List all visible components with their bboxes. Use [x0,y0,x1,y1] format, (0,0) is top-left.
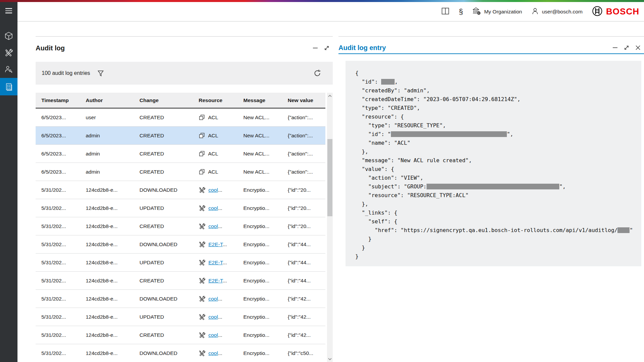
new-value-cell: {"action":... [288,133,325,139]
change-cell: CREATED [139,115,199,121]
table-row[interactable]: 5/31/202...124cd2b8-e...UPDATEDcool...En… [36,308,325,326]
scrollbar-thumb[interactable] [327,139,332,216]
table-header-row: TimestampAuthorChangeResourceMessageNew … [36,93,325,108]
author-cell: admin [86,133,139,139]
table-scrollbar[interactable] [327,93,333,362]
copy-icon [199,169,205,175]
sidebar-item-products[interactable] [0,28,17,44]
change-cell: CREATED [139,278,199,284]
audit-log-entry-panel: Audit log entry { "id": , "createdBy": "… [338,36,644,362]
legal-button[interactable]: § [459,8,463,15]
resource-link[interactable]: cool [208,350,218,356]
table-row[interactable]: 5/31/202...124cd2b8-e...DOWNLOADEDE2E-T.… [36,235,325,254]
refresh-icon[interactable] [313,69,321,77]
json-line: } [355,252,638,261]
close-icon[interactable] [635,44,641,51]
redacted-value [427,184,559,189]
table-row[interactable]: 5/31/202...124cd2b8-e...DOWNLOADEDcool..… [36,344,325,362]
entry-panel-header: Audit log entry [338,37,644,54]
table-row[interactable]: 5/31/202...124cd2b8-e...UPDATEDcool...En… [36,199,325,217]
resource-cell: cool... [199,187,243,193]
resource-link[interactable]: cool [208,223,218,229]
resource-link[interactable]: cool [208,314,218,320]
products-icon [4,32,13,40]
table-row[interactable]: 5/31/202...124cd2b8-e...DOWNLOADEDcool..… [36,290,325,308]
organization-label: My Organization [484,9,522,15]
author-cell: 124cd2b8-e... [86,260,139,266]
resource-link[interactable]: E2E-T [208,278,223,283]
tools-icon [199,259,205,266]
author-cell: admin [86,151,139,157]
change-cell: CREATED [139,169,199,175]
resource-label: ACL [208,151,218,157]
column-header-message: Message [243,97,288,103]
message-cell: Encryptio... [243,260,288,266]
menu-icon[interactable] [0,2,17,19]
audit-entry-json: { "id": , "createdBy": "admin", "created… [346,61,641,266]
truncation-ellipsis: ... [223,278,227,283]
sidebar-item-tools[interactable] [0,44,17,61]
truncation-ellipsis: ... [218,332,222,338]
resource-cell: ACL [199,132,243,139]
sidebar-item-access[interactable] [0,61,17,78]
table-row[interactable]: 5/31/202...124cd2b8-e...CREATEDcool...En… [36,217,325,235]
truncation-ellipsis: ... [218,314,222,320]
json-line: "createdBy": "admin", [355,86,638,95]
resource-cell: ACL [199,114,243,121]
truncation-ellipsis: ... [218,350,222,356]
json-line: "self": { [355,217,638,226]
sidebar-item-audit-log[interactable] [0,78,17,95]
table-row[interactable]: 6/5/2023...adminCREATEDACLNew ACL...{"ac… [36,163,325,181]
change-cell: DOWNLOADED [139,350,199,356]
audit-log-table: TimestampAuthorChangeResourceMessageNew … [36,93,325,362]
table-row[interactable]: 5/31/202...124cd2b8-e...CREATEDcool...En… [36,326,325,344]
scroll-down-icon[interactable] [327,356,333,362]
table-row[interactable]: 5/31/202...124cd2b8-e...DOWNLOADEDcool..… [36,181,325,199]
author-cell: 124cd2b8-e... [86,332,139,338]
table-row[interactable]: 5/31/202...124cd2b8-e...CREATEDE2E-T...E… [36,272,325,290]
timestamp-cell: 5/31/202... [41,241,86,247]
audit-log-panel-header: Audit log [36,37,333,54]
resource-link[interactable]: E2E-T [208,260,223,265]
table-row[interactable]: 6/5/2023...userCREATEDACLNew ACL...{"act… [36,108,325,127]
user-menu[interactable]: user@bosch.com [531,7,582,16]
resource-label: ACL [208,169,218,175]
table-row[interactable]: 6/5/2023...adminCREATEDACLNew ACL...{"ac… [36,127,325,145]
json-line: "href": "https://signencrypt.qa.eu1.bosc… [355,226,638,235]
tools-icon [199,241,205,248]
dashboard: Audit log 100 audit log entries [17,21,644,362]
copy-icon [199,132,205,139]
timestamp-cell: 5/31/202... [41,187,86,193]
message-cell: New ACL... [243,115,288,121]
filter-icon[interactable] [97,70,104,77]
resource-cell: cool... [199,332,243,338]
tools-icon [199,187,205,193]
resource-link[interactable]: cool [208,205,218,211]
expand-icon[interactable] [623,44,630,51]
json-line: "type": "RESOURCE_TYPE", [355,121,638,130]
table-row[interactable]: 6/5/2023...adminCREATEDACLNew ACL...{"ac… [36,145,325,163]
organization-menu[interactable]: My Organization [472,7,522,16]
minimize-icon[interactable] [312,45,319,51]
documentation-button[interactable] [441,7,449,16]
timestamp-cell: 6/5/2023... [41,115,86,121]
bosch-logo[interactable]: BOSCH [592,6,639,18]
minimize-icon[interactable] [612,44,618,51]
resource-link[interactable]: cool [208,332,218,338]
message-cell: Encryptio... [243,223,288,229]
table-row[interactable]: 5/31/202...124cd2b8-e...UPDATEDE2E-T...E… [36,254,325,272]
json-line: "message": "New ACL rule created", [355,156,638,165]
scroll-up-icon[interactable] [327,93,333,99]
new-value-cell: {"id":"c50... [288,350,325,356]
column-header-change: Change [139,97,199,103]
expand-icon[interactable] [323,45,330,51]
new-value-cell: {"id":"42... [288,296,325,302]
copy-icon [199,150,205,157]
resource-link[interactable]: cool [208,296,218,302]
timestamp-cell: 5/31/202... [41,296,86,302]
author-cell: 124cd2b8-e... [86,205,139,211]
resource-link[interactable]: E2E-T [208,241,223,247]
column-header-author: Author [86,97,139,103]
app-header: § My Organization user@bosch.com [17,2,644,21]
resource-link[interactable]: cool [208,187,218,193]
